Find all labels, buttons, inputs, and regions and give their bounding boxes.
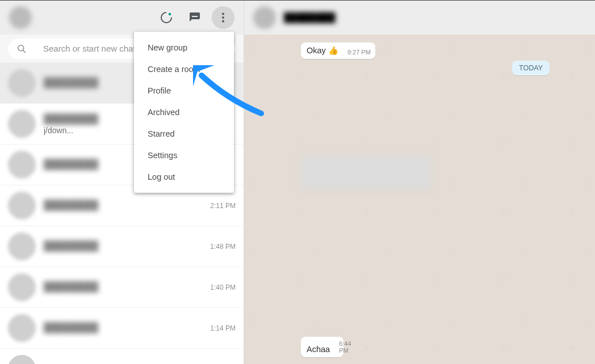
chat-name: ████████ xyxy=(44,281,98,293)
chat-avatar xyxy=(8,232,36,260)
contact-name: ████████ xyxy=(284,12,336,23)
status-icon[interactable] xyxy=(155,6,178,29)
chat-list-item[interactable]: Ram Mandir @5 Augyesterday xyxy=(0,349,244,364)
chat-list-item[interactable]: ████████1:14 PM xyxy=(0,308,244,349)
chat-time: 2:11 PM xyxy=(210,202,236,210)
message-text: ██████████████████████ xyxy=(307,159,435,168)
chat-list-item[interactable]: ████████1:48 PM xyxy=(0,226,244,267)
conversation-header[interactable]: ████████ xyxy=(244,1,595,35)
chat-avatar xyxy=(8,69,36,97)
chat-avatar xyxy=(8,314,36,342)
chat-avatar xyxy=(8,151,36,179)
app-root: ████████████████j/down...███████████████… xyxy=(0,0,595,364)
chat-name: ████████ xyxy=(44,200,98,211)
svg-point-3 xyxy=(222,16,224,19)
svg-point-4 xyxy=(222,20,224,23)
conversation-pane: ████████ Okay 👍 9:27 PM TODAY xyxy=(244,1,595,364)
chat-name: ████████ xyxy=(44,77,98,88)
svg-point-2 xyxy=(222,13,224,15)
chat-avatar xyxy=(8,355,36,364)
message-text: Achaa xyxy=(307,345,330,354)
chat-time: 1:14 PM xyxy=(210,324,236,332)
menu-item-starred[interactable]: Starred xyxy=(134,123,234,145)
message-bubble: Okay 👍 9:27 PM xyxy=(301,43,375,59)
search-icon xyxy=(16,43,27,54)
message-bubble: Achaa 6:44 PM xyxy=(301,337,343,357)
chat-name: ████████ xyxy=(44,240,98,252)
user-avatar[interactable] xyxy=(9,6,32,29)
svg-point-5 xyxy=(18,45,24,50)
chat-avatar xyxy=(8,192,36,219)
menu-item-archived[interactable]: Archived xyxy=(134,101,234,123)
date-separator: TODAY xyxy=(512,61,550,75)
svg-point-1 xyxy=(169,13,171,15)
sidebar-header xyxy=(0,1,244,35)
message-bubble: ██████████████████████ xyxy=(301,155,431,189)
svg-line-6 xyxy=(23,50,26,52)
menu-item-profile[interactable]: Profile xyxy=(134,80,234,101)
message-time: 9:27 PM xyxy=(347,49,371,56)
chat-list-item[interactable]: ████████1:40 PM xyxy=(0,267,244,308)
chat-name: ████████ xyxy=(44,159,98,170)
options-menu: New groupCreate a roomProfileArchivedSta… xyxy=(134,32,234,193)
message-time: 6:44 PM xyxy=(339,340,351,354)
chat-avatar xyxy=(8,110,36,138)
new-chat-icon[interactable] xyxy=(183,6,206,29)
message-text: Okay 👍 xyxy=(307,46,338,56)
chat-avatar xyxy=(8,273,36,301)
chat-name: ████████ xyxy=(44,322,98,333)
chat-name: ████████ xyxy=(44,113,98,125)
menu-icon[interactable] xyxy=(212,6,234,29)
chat-time: 1:40 PM xyxy=(210,283,236,291)
chat-time: 1:48 PM xyxy=(210,243,236,251)
menu-item-create-a-room[interactable]: Create a room xyxy=(134,58,234,80)
conversation-body: Okay 👍 9:27 PM TODAY ███████████████████… xyxy=(244,35,595,364)
menu-item-log-out[interactable]: Log out xyxy=(134,166,234,188)
contact-avatar xyxy=(253,6,276,29)
menu-item-settings[interactable]: Settings xyxy=(134,145,234,166)
menu-item-new-group[interactable]: New group xyxy=(134,37,234,58)
